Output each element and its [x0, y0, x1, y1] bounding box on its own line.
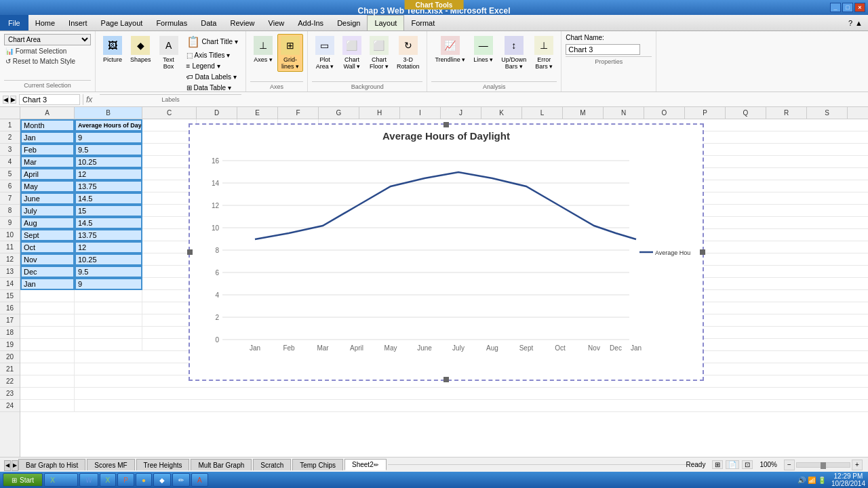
picture-button[interactable]: 🖼 Picture [100, 34, 125, 65]
taskbar-app1-button[interactable]: ◆ [153, 473, 171, 487]
normal-view-button[interactable]: ⊞ [712, 460, 723, 469]
col-header-s[interactable]: S [807, 107, 848, 119]
resize-handle-bottom[interactable] [443, 377, 449, 382]
menu-insert[interactable]: Insert [62, 15, 94, 30]
page-break-button[interactable]: ⊡ [742, 460, 753, 469]
menu-layout[interactable]: Layout [367, 15, 404, 30]
col-header-j[interactable]: J [441, 107, 481, 119]
cell-a15[interactable] [20, 290, 75, 302]
col-header-i[interactable]: I [400, 107, 441, 119]
col-header-o[interactable]: O [644, 107, 685, 119]
col-header-h[interactable]: H [359, 107, 400, 119]
axes-button[interactable]: ⊥ Axes ▾ [250, 34, 276, 65]
name-box[interactable] [19, 94, 80, 105]
axis-titles-button[interactable]: ⬚Axis Titles ▾ [183, 50, 241, 60]
sheet-tab-tree[interactable]: Tree Heights [136, 459, 190, 470]
cell-a4[interactable]: Mar [20, 156, 75, 168]
cell-b13[interactable]: 9.5 [75, 266, 142, 278]
col-header-p[interactable]: P [685, 107, 726, 119]
cell-a13[interactable]: Dec [20, 266, 75, 278]
col-header-c[interactable]: C [142, 107, 197, 119]
zoom-thumb[interactable] [821, 462, 826, 469]
cell-b10[interactable]: 13.75 [75, 229, 142, 241]
taskbar-excel2-button[interactable]: X [100, 473, 117, 487]
cell-b19[interactable] [75, 339, 142, 351]
formula-bar-nav-next[interactable]: ▶ [10, 96, 16, 104]
minimize-button[interactable]: _ [830, 3, 841, 12]
cell-a22[interactable] [20, 375, 75, 388]
cell-a8[interactable]: July [20, 205, 75, 217]
cell-b17[interactable] [75, 314, 142, 327]
start-button[interactable]: ⊞ Start [3, 473, 43, 487]
resize-handle-top[interactable] [443, 122, 449, 127]
chart-wall-button[interactable]: ⬜ ChartWall ▾ [339, 34, 365, 72]
taskbar-word-button[interactable]: W [79, 473, 98, 487]
cell-b1[interactable]: Average Hours of Daylight [75, 119, 142, 131]
help-icon[interactable]: ? [848, 19, 852, 27]
sheet-tab-scratch[interactable]: Scratch [253, 459, 291, 470]
updown-bars-button[interactable]: ↕ Up/DownBars ▾ [498, 34, 530, 72]
cell-a23[interactable] [20, 388, 75, 400]
cell-b15[interactable] [75, 290, 142, 302]
sheet-tab-temp[interactable]: Temp Chips [292, 459, 343, 470]
menu-home[interactable]: Home [28, 15, 62, 30]
zoom-out-button[interactable]: − [784, 460, 795, 470]
cell-a2[interactable]: Jan [20, 131, 75, 144]
taskbar-ppt-button[interactable]: P [117, 473, 134, 487]
cell-a7[interactable]: June [20, 192, 75, 205]
page-layout-button[interactable]: 📄 [726, 460, 739, 469]
chart-floor-button[interactable]: ⬜ ChartFloor ▾ [366, 34, 392, 72]
trendline-button[interactable]: 📈 Trendline ▾ [431, 34, 469, 65]
data-labels-button[interactable]: 🏷Data Labels ▾ [183, 72, 241, 82]
col-header-m[interactable]: M [563, 107, 604, 119]
col-header-l[interactable]: L [522, 107, 563, 119]
cell-b9[interactable]: 14.5 [75, 217, 142, 229]
cell-b18[interactable] [75, 327, 142, 339]
cell-b5[interactable]: 12 [75, 168, 142, 180]
cell-b12[interactable]: 10.25 [75, 253, 142, 266]
plot-area-button[interactable]: ▭ PlotArea ▾ [312, 34, 338, 72]
sheet-tab-bar-graph[interactable]: Bar Graph to Hist [18, 459, 85, 470]
col-header-q[interactable]: Q [726, 107, 766, 119]
menu-formulas[interactable]: Formulas [149, 15, 194, 30]
menu-format[interactable]: Format [404, 15, 441, 30]
cell-a10[interactable]: Sept [20, 229, 75, 241]
cell-a19[interactable] [20, 339, 75, 351]
cell-a24[interactable] [20, 400, 75, 412]
col-header-g[interactable]: G [319, 107, 359, 119]
lines-button[interactable]: — Lines ▾ [470, 34, 496, 65]
zoom-slider[interactable] [796, 462, 850, 468]
taskbar-chrome-button[interactable]: ● [136, 473, 152, 487]
formula-bar-nav-prev[interactable]: ◀ [3, 96, 9, 104]
cell-b11[interactable]: 12 [75, 241, 142, 253]
sheet-scroll-right[interactable]: ▶ [12, 460, 18, 471]
collapse-ribbon-icon[interactable]: ▲ [855, 19, 863, 27]
col-header-b[interactable]: B [75, 107, 142, 119]
gridlines-button[interactable]: ⊞ Grid-lines ▾ [277, 34, 303, 72]
cell-a9[interactable]: Aug [20, 217, 75, 229]
data-table-button[interactable]: ⊞Data Table ▾ [183, 83, 241, 93]
chart-object[interactable]: Average Hours of Daylight 0 2 [189, 123, 704, 381]
cell-b14[interactable]: 9 [75, 278, 142, 290]
menu-addins[interactable]: Add-Ins [291, 15, 330, 30]
menu-view[interactable]: View [262, 15, 292, 30]
reset-match-style-button[interactable]: ↺ Reset to Match Style [4, 57, 91, 66]
cell-a18[interactable] [20, 327, 75, 339]
shapes-button[interactable]: ◆ Shapes [127, 34, 155, 65]
chart-element-dropdown[interactable]: Chart Area Plot Area [4, 34, 91, 45]
col-header-k[interactable]: K [481, 107, 522, 119]
col-header-f[interactable]: F [278, 107, 319, 119]
cell-a20[interactable] [20, 351, 75, 363]
col-header-n[interactable]: N [604, 107, 644, 119]
col-header-d[interactable]: D [197, 107, 237, 119]
menu-file[interactable]: File [0, 15, 28, 30]
cell-b8[interactable]: 15 [75, 205, 142, 217]
cell-a12[interactable]: Nov [20, 253, 75, 266]
cell-a21[interactable] [20, 363, 75, 375]
cell-a5[interactable]: April [20, 168, 75, 180]
col-header-e[interactable]: E [237, 107, 278, 119]
resize-handle-right[interactable] [700, 249, 705, 255]
cell-a16[interactable] [20, 302, 75, 314]
close-button[interactable]: × [854, 3, 865, 12]
chart-title-button[interactable]: 📋Chart Title ▾ [183, 34, 241, 49]
